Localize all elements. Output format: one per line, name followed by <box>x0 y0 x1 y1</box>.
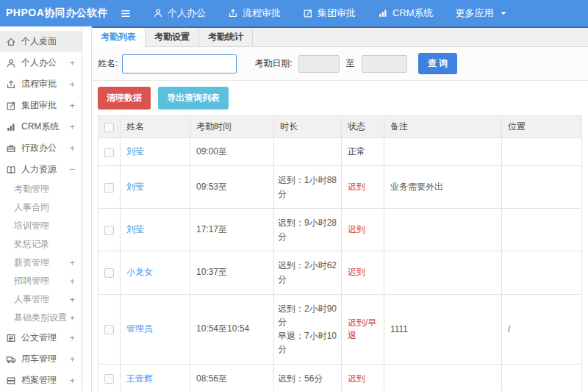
remark-cell <box>384 251 502 294</box>
table-row: 管理员10:54至10:54迟到：2小时90分早退：7小时10分迟到/早退111… <box>98 294 582 364</box>
expand-toggle-icon[interactable]: + <box>69 276 75 287</box>
nav-item-personal-office[interactable]: 个人办公 <box>153 7 206 20</box>
time-cell: 10:37至 <box>190 251 274 294</box>
row-checkbox[interactable] <box>104 226 114 235</box>
duration-cell <box>274 138 342 166</box>
chart-icon <box>6 122 16 132</box>
sidebar-item-label: 奖惩记录 <box>14 238 49 251</box>
sidebar-item-reward-punishment[interactable]: 奖惩记录 <box>0 235 82 254</box>
row-checkbox[interactable] <box>104 268 114 278</box>
document-icon <box>6 333 16 343</box>
nav-item-more-apps[interactable]: 更多应用 <box>456 7 509 20</box>
employee-name-link[interactable]: 刘莹 <box>126 146 144 157</box>
row-checkbox[interactable] <box>104 325 114 334</box>
duration-cell: 迟到：9小时28分 <box>274 209 342 251</box>
clear-data-button[interactable]: 清理数据 <box>98 87 151 110</box>
employee-name-link[interactable]: 刘莹 <box>126 182 144 192</box>
employee-name-link[interactable]: 刘莹 <box>126 224 144 234</box>
date-to-input[interactable] <box>362 55 407 73</box>
nav-item-label: 集团审批 <box>318 7 356 20</box>
tab-attendance-statistics[interactable]: 考勤统计 <box>199 28 253 46</box>
duration-cell: 迟到：2小时62分 <box>274 251 342 294</box>
expand-toggle-icon[interactable]: + <box>69 354 75 365</box>
nav-item-crm-system[interactable]: CRM系统 <box>378 7 434 20</box>
sidebar-item-salary-management[interactable]: 薪资管理+ <box>0 254 82 272</box>
edit-icon <box>6 101 16 111</box>
expand-toggle-icon[interactable]: + <box>69 332 75 343</box>
employee-name-link[interactable]: 管理员 <box>126 323 153 334</box>
sidebar-item-human-resources[interactable]: 人力资源− <box>0 159 82 180</box>
status-cell: 正常 <box>342 138 384 166</box>
expand-toggle-icon[interactable]: + <box>69 57 75 68</box>
location-cell <box>502 209 582 251</box>
book-icon <box>6 165 16 175</box>
table-row: 刘莹09:53至迟到：1小时88分迟到业务需要外出 <box>98 166 582 209</box>
status-cell: 迟到/早退 <box>342 294 384 364</box>
employee-name-link[interactable]: 小龙女 <box>126 267 153 277</box>
sidebar-item-document-management[interactable]: 公文管理+ <box>0 327 82 348</box>
status-cell: 迟到 <box>342 166 384 209</box>
name-cell: 小龙女 <box>121 251 190 294</box>
tab-attendance-list[interactable]: 考勤列表 <box>92 28 146 47</box>
nav-item-label: 流程审批 <box>243 7 281 20</box>
expand-toggle-icon[interactable]: + <box>69 312 75 323</box>
expand-toggle-icon[interactable]: + <box>69 143 75 154</box>
row-checkbox[interactable] <box>104 374 114 384</box>
expand-toggle-icon[interactable]: + <box>69 79 75 90</box>
sidebar-item-training-management[interactable]: 培训管理 <box>0 217 82 235</box>
date-label: 考勤日期: <box>254 57 292 70</box>
search-button[interactable]: 查 询 <box>418 53 457 74</box>
sidebar-item-label: 人事管理 <box>14 293 49 306</box>
tab-attendance-settings[interactable]: 考勤设置 <box>146 28 199 46</box>
date-from-input[interactable] <box>298 55 340 73</box>
expand-toggle-icon[interactable]: + <box>69 100 75 111</box>
name-input[interactable] <box>122 54 237 73</box>
employee-name-link[interactable]: 王壹辉 <box>126 373 153 384</box>
expand-toggle-icon[interactable]: + <box>69 121 75 132</box>
remark-cell <box>384 138 502 166</box>
sidebar-item-crm-system[interactable]: CRM系统+ <box>0 116 82 137</box>
nav-item-group-approval[interactable]: 集团审批 <box>303 7 356 20</box>
sidebar-item-personal-desktop[interactable]: 个人桌面 <box>0 31 82 52</box>
truck-icon <box>6 354 16 365</box>
sidebar-item-workflow-approval[interactable]: 流程审批+ <box>0 73 82 95</box>
row-checkbox[interactable] <box>104 148 114 157</box>
menu-toggle-icon[interactable] <box>119 8 132 19</box>
sidebar-item-personnel-contract[interactable]: 人事合同 <box>0 198 82 217</box>
app-root: PHPOA协同办公软件 个人办公流程审批集团审批CRM系统更多应用 个人桌面个人… <box>0 0 588 391</box>
duration-cell: 迟到：2小时90分早退：7小时10分 <box>274 294 342 364</box>
person-icon <box>153 8 163 18</box>
sidebar-item-admin-office[interactable]: 行政办公+ <box>0 137 82 159</box>
sidebar-item-label: 个人办公 <box>21 57 57 69</box>
sidebar-item-label: 培训管理 <box>14 220 49 232</box>
sidebar-item-recruitment-management[interactable]: 招聘管理+ <box>0 272 82 290</box>
row-checkbox[interactable] <box>104 183 114 193</box>
nav-item-workflow-approval[interactable]: 流程审批 <box>228 7 281 20</box>
expand-toggle-icon[interactable]: + <box>69 257 75 268</box>
select-all-checkbox[interactable] <box>104 123 114 132</box>
export-list-button[interactable]: 导出查询列表 <box>158 87 229 110</box>
sidebar-item-vehicle-management[interactable]: 用车管理+ <box>0 348 82 370</box>
app-logo[interactable]: PHPOA协同办公软件 <box>0 7 119 20</box>
duration-line: 迟到：9小时28分 <box>278 216 338 243</box>
status-cell: 迟到 <box>342 364 384 391</box>
sidebar-item-personnel-management[interactable]: 人事管理+ <box>0 290 82 309</box>
status-cell: 迟到 <box>342 209 384 251</box>
time-cell: 17:17至 <box>190 209 274 251</box>
sidebar-item-personal-office[interactable]: 个人办公+ <box>0 52 82 73</box>
sidebar-item-archive-management[interactable]: 档案管理+ <box>0 370 82 391</box>
duration-line: 早退：7小时10分 <box>278 329 338 356</box>
location-cell <box>502 138 582 166</box>
column-header: 姓名 <box>121 116 190 138</box>
edit-icon <box>303 8 313 18</box>
expand-toggle-icon[interactable]: + <box>69 294 75 305</box>
expand-toggle-icon[interactable]: − <box>69 164 75 175</box>
person-icon <box>6 58 16 68</box>
sidebar: 个人桌面个人办公+流程审批+集团审批+CRM系统+行政办公+人力资源−考勤管理人… <box>0 26 82 391</box>
sidebar-item-group-approval[interactable]: 集团审批+ <box>0 95 82 116</box>
name-label: 姓名: <box>98 57 118 70</box>
expand-toggle-icon[interactable]: + <box>69 375 75 386</box>
remark-cell <box>384 364 502 391</box>
sidebar-item-attendance-management[interactable]: 考勤管理 <box>0 180 82 198</box>
sidebar-item-basic-category-settings[interactable]: 基础类别设置+ <box>0 309 82 327</box>
